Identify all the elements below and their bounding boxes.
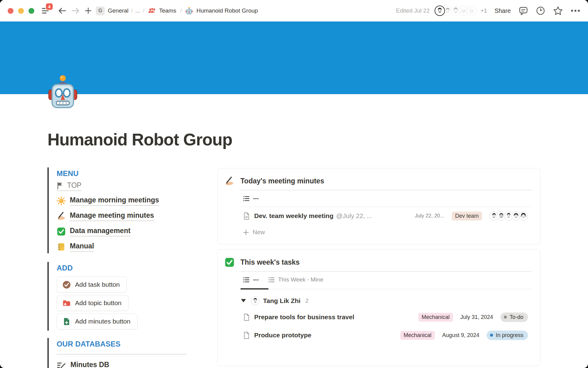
ellipsis-icon — [571, 10, 580, 12]
sun-icon — [57, 196, 66, 205]
sidebar-item-morning-meetings[interactable]: Manage morning meetings — [57, 196, 191, 206]
ledger-icon — [57, 243, 66, 251]
presence-avatars[interactable]: M D — [435, 6, 477, 16]
history-button[interactable] — [536, 6, 545, 15]
back-button[interactable] — [58, 7, 66, 14]
top-bar: 4 G General / ... / — [0, 0, 588, 21]
page-icon — [243, 332, 250, 339]
group-name[interactable]: Tang Lik Zhi — [263, 297, 300, 305]
meeting-title[interactable]: Dev. team weekly meeting — [254, 212, 334, 220]
main-content: Today's meeting minutes --- — [217, 168, 541, 366]
new-meeting-button[interactable]: New — [240, 225, 532, 240]
button-label: Add minutes button — [75, 318, 130, 325]
check-mark-icon — [224, 258, 234, 267]
group-count: 2 — [305, 297, 309, 304]
more-options-button[interactable] — [571, 10, 580, 12]
databases-section: OUR DATABASES Minutes DB — [47, 338, 191, 368]
breadcrumb-separator: / — [180, 8, 182, 14]
list-view-icon — [268, 276, 275, 283]
page-robot-icon[interactable] — [47, 75, 78, 111]
avatar — [251, 297, 259, 305]
status-dot — [504, 316, 507, 319]
button-label: Add task button — [75, 281, 120, 288]
forward-button[interactable] — [72, 7, 80, 14]
sidebar-item-minutes-db[interactable]: Minutes DB — [57, 360, 191, 368]
sidebar-toggle-button[interactable]: 4 — [41, 6, 50, 15]
avatar — [519, 211, 528, 220]
attendee-avatars — [489, 211, 528, 220]
view-tab-all[interactable]: --- — [243, 276, 259, 284]
view-tab-label: --- — [253, 276, 259, 283]
new-tab-button[interactable] — [85, 7, 92, 14]
status-badge: In progress — [487, 331, 528, 340]
task-title[interactable]: Produce prototype — [254, 332, 311, 339]
folder-plus-icon — [62, 299, 71, 307]
list-view-icon — [243, 195, 250, 202]
meeting-row[interactable]: Dev. team weekly meeting @July 22, ... J… — [240, 207, 532, 225]
sidebar-item-label: Minutes DB — [70, 361, 109, 368]
avatar[interactable] — [435, 6, 445, 16]
edited-timestamp: Edited Jul 22 — [396, 7, 430, 14]
avatar-overflow-count[interactable]: +1 — [481, 7, 487, 14]
breadcrumb-ellipsis[interactable]: ... — [135, 7, 140, 14]
share-button[interactable]: Share — [495, 7, 511, 14]
team-tag: Dev team — [452, 212, 482, 220]
zoom-window-button[interactable] — [28, 8, 34, 14]
breadcrumb-general[interactable]: General — [108, 7, 129, 14]
page-icon — [243, 313, 250, 321]
view-tab-label: This Week - Mine — [278, 276, 323, 283]
new-button-label: New — [253, 229, 265, 236]
robot-icon — [47, 75, 78, 111]
card-title: Today's meeting minutes — [240, 176, 324, 186]
star-icon — [553, 6, 563, 15]
compose-icon — [57, 361, 66, 368]
notification-badge: 4 — [45, 3, 53, 10]
status-badge: To-do — [500, 312, 528, 322]
sidebar-item-label: TOP — [67, 181, 81, 190]
menu-section: MENU TOP — [47, 167, 191, 253]
breadcrumb-page[interactable]: Humanoid Robot Group — [196, 7, 258, 14]
teams-icon — [148, 7, 156, 14]
flag-icon — [57, 182, 63, 189]
view-tab-this-week-mine[interactable]: This Week - Mine — [268, 276, 323, 284]
comment-icon — [519, 6, 528, 15]
minimize-window-button[interactable] — [18, 8, 24, 14]
favorite-button[interactable] — [553, 6, 563, 15]
status-label: To-do — [510, 314, 523, 320]
sidebar-item-label: Manage meeting minutes — [70, 211, 154, 221]
breadcrumb-separator: / — [143, 8, 144, 14]
sidebar-item-manual[interactable]: Manual — [57, 242, 191, 252]
status-label: In progress — [496, 332, 523, 339]
add-minutes-button[interactable]: Add minutes button — [57, 313, 138, 329]
clock-icon — [536, 6, 545, 15]
active-tab-indicator — [240, 288, 269, 289]
sidebar-item-top[interactable]: TOP — [57, 182, 191, 191]
meeting-date: July 22, 20... — [415, 213, 444, 219]
status-dot — [490, 334, 493, 337]
task-row[interactable]: Prepare tools for business travel Mechan… — [240, 308, 532, 326]
add-task-button[interactable]: Add task button — [57, 277, 127, 293]
close-window-button[interactable] — [8, 8, 13, 14]
breadcrumb-teams[interactable]: Teams — [159, 7, 176, 14]
view-tab-minutes[interactable]: --- — [243, 195, 259, 203]
page-icon — [243, 212, 250, 220]
sidebar-item-meeting-minutes[interactable]: Manage meeting minutes — [57, 211, 191, 221]
due-date: July 31, 2024 — [460, 314, 493, 320]
page-title[interactable]: Humanoid Robot Group — [47, 130, 232, 149]
databases-section-header: OUR DATABASES — [57, 340, 191, 348]
category-tag: Mechanical — [418, 313, 453, 322]
button-label: Add topic button — [75, 299, 122, 307]
collapse-toggle-icon[interactable] — [241, 299, 246, 302]
sidebar-item-data-management[interactable]: Data management — [57, 226, 191, 237]
add-topic-button[interactable]: Add topic button — [57, 295, 129, 311]
workspace-chip[interactable]: G — [96, 6, 105, 15]
task-title[interactable]: Prepare tools for business travel — [254, 313, 354, 321]
comments-button[interactable] — [519, 6, 528, 15]
avatar-letter-d[interactable]: D — [466, 6, 477, 16]
card-title: This week's tasks — [240, 257, 300, 267]
breadcrumb-separator: / — [131, 8, 133, 14]
group-header-row: Tang Lik Zhi 2 — [240, 297, 532, 305]
sidebar-item-label: Manual — [70, 242, 94, 252]
doc-plus-icon — [62, 317, 71, 326]
task-row[interactable]: Produce prototype Mechanical August 9, 2… — [240, 326, 532, 344]
